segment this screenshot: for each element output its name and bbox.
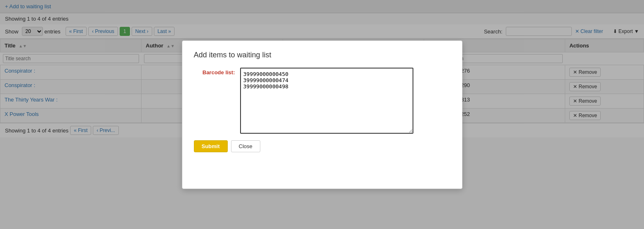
modal-overlay: Add items to waiting list Barcode list: … xyxy=(0,0,644,137)
modal-dialog: Add items to waiting list Barcode list: … xyxy=(182,40,462,138)
barcode-list-textarea[interactable] xyxy=(240,68,413,134)
modal-form: Barcode list: xyxy=(194,68,451,134)
barcode-list-label: Barcode list: xyxy=(194,68,235,76)
modal-title: Add items to waiting list xyxy=(194,51,451,59)
barcode-list-row: Barcode list: xyxy=(194,68,451,134)
